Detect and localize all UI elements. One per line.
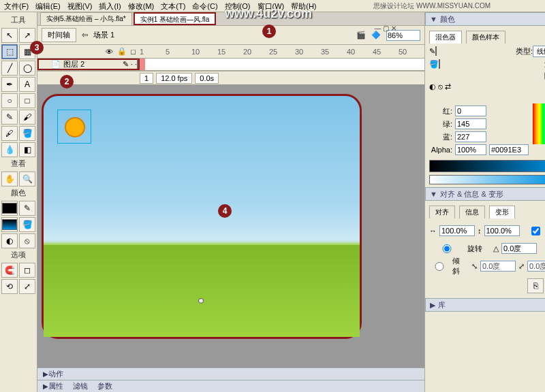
brush-tool[interactable]: 🖌 [19,110,35,125]
layer-name[interactable]: 📄 图层 2 ✎ · · [37,59,140,70]
edit-bar: 时间轴 ⇦ 场景 1 🎬 🔷 [37,26,424,45]
red-input[interactable] [455,105,486,116]
width-input[interactable] [439,225,475,236]
frame-numbers[interactable]: 15101520253035404550 [140,45,424,58]
opt4-icon[interactable]: ⤢ [19,279,35,294]
opt2-icon[interactable]: ◻ [19,263,35,278]
tab-info[interactable]: 信息 [459,206,485,218]
gradient-ramp[interactable] [429,175,545,184]
callout-2: 2 [60,75,74,88]
skew-h-input[interactable] [480,261,516,272]
window-controls[interactable]: — ▢ ✕ [374,24,396,32]
stage[interactable] [42,94,362,339]
fill-type-select[interactable]: 线性 [533,46,545,57]
timeline-button[interactable]: 时间轴 [42,28,76,42]
gradient-preview[interactable] [429,160,545,172]
pencil-tool[interactable]: ✎ [1,110,18,125]
bwswap-icon[interactable]: ◐ ⦸ ⇄ [429,82,451,91]
menu-command[interactable]: 命令(C) [192,1,217,10]
oval-tool[interactable]: ○ [1,93,18,108]
transform-panel: 对齐 信息 变形 ↔ ↕ 约束 旋转 △ 倾斜 ⤡ ⤢ ⎘↺ [425,201,545,298]
color-panel-header[interactable]: ▼颜色 [425,12,545,26]
scene-label[interactable]: 场景 1 [93,30,114,40]
menu-edit[interactable]: 编辑(E) [35,1,61,10]
menu-text[interactable]: 文本(T) [161,1,185,10]
skew-v-input[interactable] [527,261,545,272]
tab-mixer[interactable]: 混色器 [429,31,462,44]
text-tool[interactable]: A [19,77,35,92]
tab-align[interactable]: 对齐 [429,206,455,218]
tab-transform[interactable]: 变形 [489,206,515,218]
alpha-input[interactable] [455,144,486,155]
align-panel-header[interactable]: ▼对齐 & 信息 & 变形 [425,187,545,201]
noColor-icon[interactable]: ⦸ [19,233,35,248]
back-icon[interactable]: ⇦ [82,31,88,39]
bw-icon[interactable]: ◐ [1,233,18,248]
snap-icon[interactable]: 🧲 [1,263,18,278]
menu-view[interactable]: 视图(V) [67,1,93,10]
options-title: 选项 [1,250,35,260]
toolbox-title: 工具 [1,15,35,25]
fps: 12.0 fps [156,73,192,84]
hex-input[interactable] [489,144,529,155]
menu-file[interactable]: 文件(F) [4,1,29,10]
actions-panel-header[interactable]: ▶ 动作 [37,368,424,380]
grass-graphic [44,245,360,337]
free-transform-tool[interactable]: ⬚ [1,44,18,59]
watermark: www.4u2v.com [225,7,312,21]
props-panel-header[interactable]: ▶ 属性滤镜参数 [37,380,424,392]
frame-track[interactable] [140,59,424,70]
green-input[interactable] [455,118,486,129]
toolbox: 工具 ↖ ↗ ⬚ ▦ ╱ ◯ ✒ A ○ □ ✎ 🖌 🖋 🪣 💧 ◧ 查看 ✋ … [0,12,37,392]
selection-tool[interactable]: ↖ [1,28,18,43]
subselect-tool[interactable]: ↗ [19,28,35,43]
fill-color-ext[interactable]: 🪣 [19,217,35,232]
bucket-tool[interactable]: 🪣 [19,126,35,141]
stroke-chip[interactable]: ✎ [429,47,437,56]
callout-1: 1 [262,24,276,38]
sun-graphic[interactable] [57,110,91,144]
layer-row[interactable]: 📄 图层 2 ✎ · · [37,59,424,71]
timeline-status: 1 12.0 fps 0.0s [37,71,424,84]
rect-tool[interactable]: □ [19,93,35,108]
constrain-check[interactable] [523,227,546,235]
lock-icon[interactable]: 🔒 [117,47,127,56]
opt3-icon[interactable]: ⟲ [1,279,18,294]
view-title: 查看 [1,159,35,169]
workspace: 实例5.基础绘画 – 小鸟.fla* 实例1 基础绘画—风.fla — ▢ ✕ … [37,12,425,392]
callout-4: 4 [218,204,232,218]
tab-swatches[interactable]: 颜色样本 [466,31,505,44]
doc-tab-2[interactable]: 实例1 基础绘画—风.fla [134,12,217,25]
fill-chip[interactable]: 🪣 [429,60,440,69]
edit-scene-icon[interactable]: 🎬 [356,31,366,39]
line-tool[interactable]: ╱ [1,61,18,76]
eraser-tool[interactable]: ◧ [19,142,35,157]
rotate-radio[interactable] [429,244,465,253]
layer-icons-header: 👁 🔒 □ [37,45,140,58]
stroke-color[interactable] [1,201,18,216]
outline-icon[interactable]: □ [131,48,136,56]
fill-color[interactable] [1,217,18,232]
timeline-ruler: 👁 🔒 □ 15101520253035404550 [37,45,424,59]
rotate-input[interactable] [501,243,537,254]
menu-modify[interactable]: 修改(M) [128,1,155,10]
stroke-color-ext[interactable]: ✎ [19,201,35,216]
zoom-tool[interactable]: 🔍 [19,172,35,186]
library-panel-header[interactable]: ▶库 [425,298,545,312]
hand-tool[interactable]: ✋ [1,172,18,186]
skew-radio[interactable] [429,262,450,271]
pen-tool[interactable]: ✒ [1,77,18,92]
copy-transform-icon[interactable]: ⎘ [527,278,544,293]
color-picker[interactable] [533,103,545,144]
right-panels: ▼颜色 混色器 颜色样本 ✎ 类型:线性 🪣 溢出: ◐ ⦸ ⇄ 线性 RGB … [425,12,545,392]
height-input[interactable] [484,225,520,236]
eye-icon[interactable]: 👁 [106,48,113,56]
ink-tool[interactable]: 🖋 [1,126,18,141]
eyedropper-tool[interactable]: 💧 [1,142,18,157]
doc-tab-1[interactable]: 实例5.基础绘画 – 小鸟.fla* [40,12,132,25]
bottom-panels: ▶ 动作 ▶ 属性滤镜参数 [37,368,424,392]
elapsed: 0.0s [195,73,219,84]
blue-input[interactable] [455,131,486,142]
lasso-tool[interactable]: ◯ [19,61,35,76]
menu-insert[interactable]: 插入(I) [99,1,121,10]
